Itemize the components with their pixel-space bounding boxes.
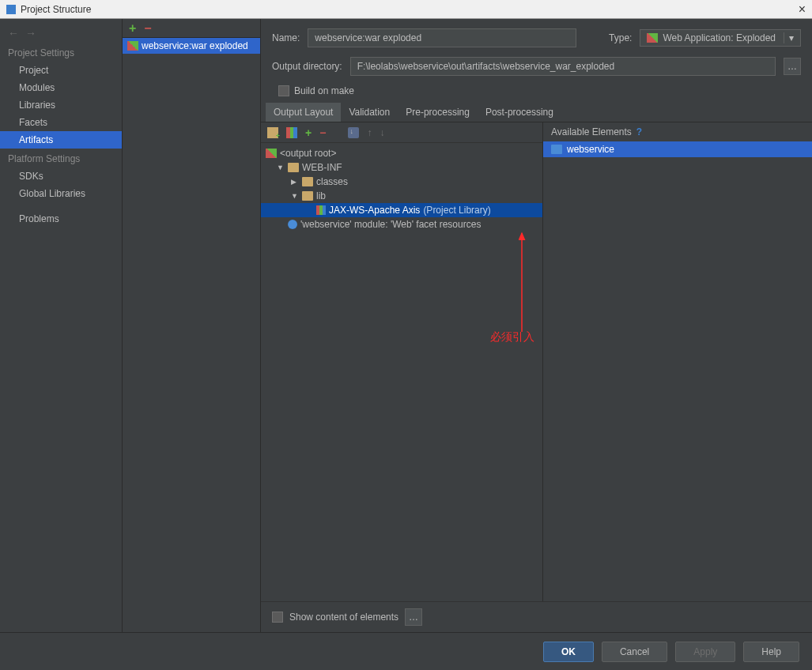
module-folder-icon — [551, 145, 562, 154]
type-select[interactable]: Web Application: Exploded ▾ — [640, 29, 801, 47]
title-bar: Project Structure × — [0, 0, 812, 19]
app-icon — [6, 5, 16, 14]
tab-output-layout[interactable]: Output Layout — [266, 103, 341, 122]
dialog-button-bar: OK Cancel Apply Help — [0, 632, 812, 670]
help-icon[interactable]: ? — [636, 126, 642, 137]
chevron-down-icon: ▾ — [784, 32, 794, 43]
move-down-icon[interactable]: ↓ — [380, 127, 384, 138]
sidebar-item-sdks[interactable]: SDKs — [0, 168, 122, 185]
sidebar-item-project[interactable]: Project — [0, 62, 122, 79]
build-on-make-label: Build on make — [294, 85, 354, 96]
section-project-settings: Project Settings — [0, 43, 122, 62]
type-value: Web Application: Exploded — [663, 32, 776, 43]
tab-post-processing[interactable]: Post-processing — [478, 103, 561, 122]
tab-pre-processing[interactable]: Pre-processing — [398, 103, 478, 122]
help-button[interactable]: Help — [743, 642, 799, 662]
tree-jaxws-library[interactable]: JAX-WS-Apache Axis (Project Library) — [261, 203, 542, 217]
sidebar-item-facets[interactable]: Facets — [0, 114, 122, 131]
show-content-checkbox[interactable] — [272, 612, 283, 623]
expander-icon[interactable]: ▼ — [291, 192, 299, 200]
move-up-icon[interactable]: ↑ — [367, 127, 372, 138]
tree-webinf[interactable]: ▼ WEB-INF — [261, 160, 542, 175]
nav-forward-icon[interactable]: → — [25, 27, 36, 40]
sidebar-item-libraries[interactable]: Libraries — [0, 96, 122, 114]
artifact-list-panel: + − webservice:war exploded — [123, 19, 261, 632]
output-root-icon — [266, 149, 277, 158]
build-on-make-checkbox[interactable] — [278, 85, 289, 96]
sidebar-item-artifacts[interactable]: Artifacts — [0, 131, 122, 149]
sidebar-item-problems[interactable]: Problems — [0, 210, 122, 228]
remove-item-icon[interactable]: − — [319, 126, 326, 139]
name-input[interactable] — [308, 28, 576, 47]
web-facet-icon — [288, 220, 297, 229]
sidebar-item-modules[interactable]: Modules — [0, 79, 122, 96]
browse-button[interactable]: … — [784, 58, 801, 75]
nav-back-icon[interactable]: ← — [8, 27, 19, 40]
output-tree[interactable]: <output root> ▼ WEB-INF ▶ classes ▼ — [261, 143, 542, 632]
add-copy-icon[interactable]: + — [305, 126, 312, 139]
output-layout-panel: + − ↑ ↓ <output root> ▼ WEB-INF — [261, 122, 543, 632]
expander-icon[interactable]: ▼ — [277, 164, 285, 171]
expander-icon[interactable]: ▶ — [291, 178, 299, 186]
ok-button[interactable]: OK — [543, 642, 594, 662]
available-elements-label: Available Elements — [551, 126, 632, 137]
library-icon — [316, 205, 326, 215]
remove-icon[interactable]: − — [144, 21, 151, 36]
type-label: Type: — [609, 32, 632, 43]
tab-validation[interactable]: Validation — [341, 103, 398, 122]
show-content-label: Show content of elements — [289, 612, 398, 623]
tree-lib[interactable]: ▼ lib — [261, 189, 542, 203]
detail-panel: Name: Type: Web Application: Exploded ▾ … — [261, 19, 812, 632]
cancel-button[interactable]: Cancel — [602, 642, 667, 662]
folder-icon — [288, 163, 299, 172]
available-element-item[interactable]: webservice — [543, 141, 812, 157]
show-content-options-button[interactable]: … — [405, 608, 422, 626]
folder-icon — [302, 177, 313, 186]
new-folder-icon[interactable] — [267, 127, 278, 138]
available-elements-panel: Available Elements ? webservice — [543, 122, 812, 632]
sidebar-item-global-libraries[interactable]: Global Libraries — [0, 185, 122, 202]
type-icon — [647, 33, 658, 43]
artifact-item-label: webservice:war exploded — [142, 40, 248, 51]
artifact-list-item[interactable]: webservice:war exploded — [123, 38, 260, 54]
folder-icon — [302, 191, 313, 201]
artifact-icon — [127, 41, 138, 51]
tree-facet-resources[interactable]: 'webservice' module: 'Web' facet resourc… — [261, 217, 542, 231]
sidebar: ← → Project Settings Project Modules Lib… — [0, 19, 123, 632]
section-platform-settings: Platform Settings — [0, 149, 122, 168]
tree-root[interactable]: <output root> — [261, 146, 542, 160]
window-title: Project Structure — [21, 4, 91, 15]
apply-button[interactable]: Apply — [675, 642, 735, 662]
new-archive-icon[interactable] — [286, 127, 297, 138]
sort-icon[interactable] — [348, 127, 359, 138]
show-content-bar: Show content of elements … — [261, 601, 812, 632]
add-icon[interactable]: + — [129, 21, 136, 36]
output-directory-input[interactable] — [350, 57, 776, 76]
tree-classes[interactable]: ▶ classes — [261, 175, 542, 189]
outdir-label: Output directory: — [272, 61, 342, 72]
tab-bar: Output Layout Validation Pre-processing … — [261, 103, 812, 122]
name-label: Name: — [272, 32, 300, 43]
close-icon[interactable]: × — [799, 2, 806, 17]
